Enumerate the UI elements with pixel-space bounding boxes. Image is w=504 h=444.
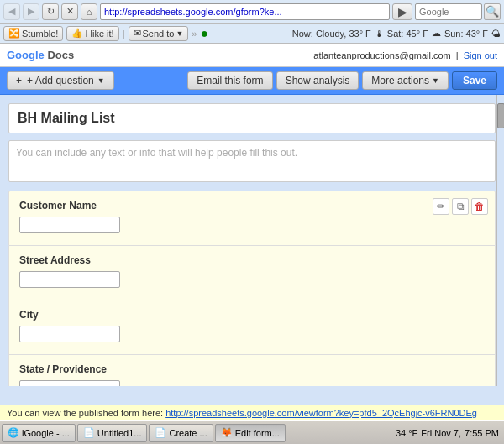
gdocs-logo: Google Docs xyxy=(7,49,74,61)
question-block-street-address: Street Address xyxy=(8,246,496,300)
street-address-label: Street Address xyxy=(19,254,485,266)
separator-bar: | xyxy=(456,50,459,60)
scrollbar[interactable] xyxy=(496,95,504,386)
send-icon: ✉ xyxy=(134,28,141,39)
taskbar-editform[interactable]: 🦊 Edit form... xyxy=(215,424,286,442)
question-block-customer-name: ✏ ⧉ 🗑 Customer Name xyxy=(8,191,496,246)
sun-weather: Sun: 43° F xyxy=(444,29,488,39)
url-input[interactable]: http://spreadsheets.google.com/gform?ke.… xyxy=(104,7,386,17)
add-question-label: + Add question xyxy=(27,75,94,86)
forward-button[interactable]: ▶ xyxy=(23,3,39,20)
customer-name-input[interactable] xyxy=(19,217,120,233)
taskbar-igoogle[interactable]: 🌐 iGoogle - ... xyxy=(2,424,76,442)
gdocs-bar: Google Docs atlanteanproductions@gmail.c… xyxy=(0,44,504,67)
status-bar: You can view the published form here: ht… xyxy=(0,405,504,420)
taskbar: 🌐 iGoogle - ... 📄 Untitled1... 📄 Create … xyxy=(0,420,504,444)
address-bar[interactable]: http://spreadsheets.google.com/gform?ke.… xyxy=(100,3,390,20)
back-button[interactable]: ◀ xyxy=(3,3,20,20)
go-button[interactable]: ▶ xyxy=(392,3,412,20)
send-dropdown-arrow: ▼ xyxy=(176,29,183,38)
create-icon: 📄 xyxy=(155,427,166,438)
sat-icon: ☁ xyxy=(432,28,441,39)
sys-tray: 34 °F Fri Nov 7, 7:55 PM xyxy=(392,428,502,438)
more-actions-label: More actions xyxy=(371,75,429,86)
city-label: City xyxy=(19,309,485,321)
weather-dot: ● xyxy=(200,26,208,41)
toolbar-right: Email this form Show analysis More actio… xyxy=(187,71,497,90)
edit-question-button[interactable]: ✏ xyxy=(433,198,449,215)
stumble-icon: 🔀 xyxy=(8,28,20,39)
send-to-button[interactable]: ✉ Send to ▼ xyxy=(129,26,189,41)
search-input[interactable] xyxy=(415,3,482,20)
taskbar-untitled[interactable]: 📄 Untitled1... xyxy=(77,424,148,442)
firefox-icon: 🦊 xyxy=(221,427,233,438)
delete-question-button[interactable]: 🗑 xyxy=(471,198,488,215)
status-text: You can view the published form here: xyxy=(7,408,165,418)
question-block-city: City xyxy=(8,300,496,355)
street-address-input[interactable] xyxy=(19,271,120,288)
current-weather: Now: Cloudy, 33° F xyxy=(292,29,371,39)
scrollbar-thumb[interactable] xyxy=(497,103,504,128)
save-button[interactable]: Save xyxy=(452,71,497,90)
email-form-button[interactable]: Email this form xyxy=(187,71,272,90)
form-title[interactable]: BH Mailing List xyxy=(8,103,496,133)
separator: | xyxy=(123,29,125,39)
state-input[interactable] xyxy=(19,380,120,386)
tray-time: 7:55 PM xyxy=(465,428,499,438)
stumble-button[interactable]: 🔀 Stumble! xyxy=(3,26,63,41)
question-actions: ✏ ⧉ 🗑 xyxy=(433,198,488,215)
description-placeholder: You can include any text or info that wi… xyxy=(16,147,297,159)
igoogle-icon: 🌐 xyxy=(8,427,19,438)
duplicate-question-button[interactable]: ⧉ xyxy=(452,198,469,215)
search-bar: 🔍 xyxy=(415,3,501,20)
form-content: BH Mailing List You can include any text… xyxy=(0,95,504,386)
city-input[interactable] xyxy=(19,326,120,342)
add-question-button[interactable]: + + Add question ▼ xyxy=(7,71,114,90)
sat-weather: Sat: 45° F xyxy=(387,29,428,39)
gdocs-account-area: atlanteanproductions@gmail.com | Sign ou… xyxy=(313,50,497,60)
separator2: » xyxy=(192,29,197,39)
add-question-dropdown-arrow: ▼ xyxy=(97,76,105,85)
nav-bar: ◀ ▶ ↻ ✕ ⌂ http://spreadsheets.google.com… xyxy=(0,0,504,24)
customer-name-label: Customer Name xyxy=(19,200,485,212)
tray-date: Fri Nov 7, xyxy=(421,428,461,438)
home-button[interactable]: ⌂ xyxy=(81,3,97,20)
sun-icon: 🌤 xyxy=(491,29,501,39)
signout-link[interactable]: Sign out xyxy=(464,50,497,60)
account-email: atlanteanproductions@gmail.com xyxy=(313,50,450,60)
taskbar-time: 34 °F Fri Nov 7, 7:55 PM xyxy=(392,428,502,438)
search-go-button[interactable]: 🔍 xyxy=(484,3,501,20)
state-label: State / Providence xyxy=(19,363,485,375)
bookmarks-bar: 🔀 Stumble! 👍 I like it! | ✉ Send to ▼ » … xyxy=(0,24,504,44)
add-icon: + xyxy=(16,75,22,86)
ilike-button[interactable]: 👍 I like it! xyxy=(66,26,118,41)
weather-icon: 🌡 xyxy=(375,29,384,39)
thumb-icon: 👍 xyxy=(71,28,83,39)
stop-button[interactable]: ✕ xyxy=(61,3,78,20)
form-description[interactable]: You can include any text or info that wi… xyxy=(8,140,496,182)
more-actions-arrow: ▼ xyxy=(432,76,439,85)
weather-display: Now: Cloudy, 33° F 🌡 Sat: 45° F ☁ Sun: 4… xyxy=(292,28,501,39)
tray-weather: 34 °F xyxy=(396,428,417,438)
more-actions-button[interactable]: More actions ▼ xyxy=(362,71,449,90)
toolbar: + + Add question ▼ Email this form Show … xyxy=(0,67,504,95)
published-form-link[interactable]: http://spreadsheets.google.com/viewform?… xyxy=(165,408,477,418)
untitled-icon: 📄 xyxy=(83,427,95,438)
show-analysis-button[interactable]: Show analysis xyxy=(276,71,360,90)
taskbar-create[interactable]: 📄 Create ... xyxy=(149,424,213,442)
show-analysis-label: Show analysis xyxy=(286,75,350,86)
refresh-button[interactable]: ↻ xyxy=(42,3,59,20)
question-block-state: State / Providence xyxy=(8,355,496,386)
